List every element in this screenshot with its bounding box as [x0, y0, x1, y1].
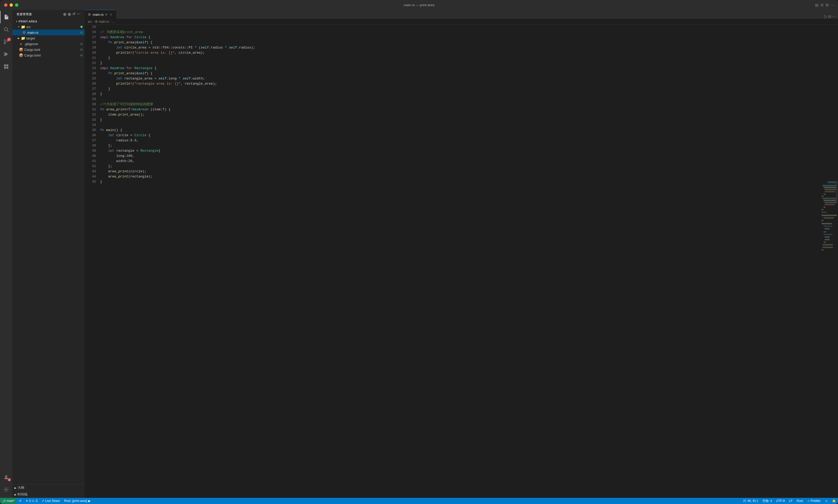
- outline-section-header[interactable]: ▶ 大纲: [12, 484, 85, 491]
- code-line-40: long:100,: [100, 154, 812, 159]
- status-branch[interactable]: ⎇ main*: [0, 498, 17, 504]
- svg-rect-39: [823, 242, 826, 243]
- split-icon[interactable]: ⊟: [820, 3, 823, 7]
- status-position[interactable]: 行 46, 列 1: [741, 498, 760, 504]
- timeline-section-header[interactable]: ▶ 时间线: [12, 491, 85, 498]
- svg-rect-29: [821, 215, 837, 216]
- code-line-35: fn main() {: [100, 128, 812, 133]
- tree-target-folder[interactable]: ▶ 📁 target: [12, 35, 85, 41]
- breadcrumb-sep2: ›: [110, 20, 111, 23]
- activity-search[interactable]: [0, 23, 12, 36]
- breadcrumb-rust-icon: ⚙: [95, 20, 98, 23]
- line-number-30: 30: [87, 102, 96, 107]
- rust-file-icon: ⚙: [22, 30, 26, 35]
- close-button[interactable]: [4, 3, 7, 7]
- line-number-40: 40: [87, 154, 96, 159]
- breadcrumb-symbol[interactable]: …: [112, 20, 115, 23]
- line-number-37: 37: [87, 138, 96, 143]
- status-live-share[interactable]: ↗ Live Share: [39, 498, 62, 504]
- tree-gitignore[interactable]: ● .gitignore U: [12, 41, 85, 47]
- run-icon[interactable]: ▷: [824, 14, 827, 19]
- status-bar: ⎇ main* ↺ ✕ 0 ⚠ 0 ↗ Live Share Rust: [pr…: [0, 498, 838, 504]
- window-frame: main.rs — print-area ▤ ⊟ ⊞ ···: [0, 0, 838, 504]
- breadcrumb-file[interactable]: main.rs: [99, 20, 109, 23]
- svg-point-0: [4, 28, 8, 31]
- editor-more-icon[interactable]: ⋯: [832, 15, 836, 19]
- more-icon[interactable]: ···: [831, 3, 834, 7]
- outline-label: 大纲: [18, 485, 24, 490]
- activity-source-control[interactable]: 1: [0, 36, 12, 48]
- tree-cargo-lock[interactable]: 📦 Cargo.lock U: [12, 47, 85, 52]
- root-arrow: ▾: [15, 19, 19, 23]
- code-content[interactable]: // 为图形实现print_areaimpl HasArea for Circl…: [98, 24, 812, 498]
- breadcrumb-src[interactable]: src: [88, 20, 92, 23]
- grid-icon[interactable]: ⊞: [826, 3, 829, 7]
- status-rust-toolchain[interactable]: Rust: [print-area] ▶: [62, 498, 92, 504]
- line-number-45: 45: [87, 179, 96, 184]
- svg-rect-23: [823, 200, 836, 201]
- maximize-button[interactable]: [15, 3, 18, 7]
- activity-run-debug[interactable]: [0, 48, 12, 60]
- minimize-button[interactable]: [10, 3, 13, 7]
- status-errors[interactable]: ✕ 0 ⚠ 0: [23, 498, 39, 504]
- code-line-16: // 为图形实现print_area: [100, 30, 812, 35]
- status-sync[interactable]: ↺: [17, 498, 23, 504]
- split-editor-icon[interactable]: ⊟: [828, 15, 831, 19]
- new-file-icon[interactable]: ⊕: [63, 12, 67, 17]
- tree-project-root[interactable]: ▾ PRINT-AREA: [12, 19, 85, 24]
- tree-src-folder[interactable]: ▾ 📁 src: [12, 24, 85, 30]
- status-formatter[interactable]: ✓ Prettier: [805, 498, 823, 504]
- warning-icon: ⚠: [32, 499, 35, 503]
- line-number-39: 39: [87, 148, 96, 154]
- cargo-lock-name: Cargo.lock: [24, 48, 81, 52]
- sidebar-header: 资源管理器 ⊕ ⊕ ↺ ⋯: [12, 10, 85, 19]
- status-encoding[interactable]: UTF-8: [774, 498, 787, 504]
- line-number-44: 44: [87, 174, 96, 179]
- status-spaces[interactable]: 空格: 4: [760, 498, 774, 504]
- svg-marker-6: [5, 52, 8, 56]
- activity-extensions[interactable]: [0, 60, 12, 73]
- svg-rect-33: [823, 226, 833, 227]
- svg-rect-21: [821, 196, 823, 197]
- cargo-lock-icon: 📦: [19, 47, 23, 52]
- tree-main-rs[interactable]: ⚙ main.rs U: [12, 30, 85, 35]
- svg-rect-22: [822, 198, 837, 199]
- activity-settings[interactable]: [0, 483, 12, 496]
- project-name: PRINT-AREA: [19, 20, 37, 23]
- status-language[interactable]: Rust: [795, 498, 805, 504]
- layout-icon[interactable]: ▤: [815, 3, 818, 7]
- sidebar-title: 资源管理器: [17, 12, 32, 16]
- svg-point-4: [4, 40, 6, 41]
- account-badge: 1: [8, 478, 11, 481]
- tab-status: U: [105, 13, 107, 16]
- svg-rect-25: [825, 204, 835, 205]
- tab-close-icon[interactable]: ✕: [109, 12, 113, 17]
- new-folder-icon[interactable]: ⊕: [68, 12, 71, 17]
- status-feedback[interactable]: ☺: [823, 498, 830, 504]
- cargo-toml-status: U: [81, 54, 83, 57]
- svg-rect-28: [821, 212, 827, 213]
- traffic-lights: [4, 3, 18, 7]
- rust-run-icon[interactable]: ▶: [88, 499, 91, 503]
- tree-cargo-toml[interactable]: 📦 Cargo.toml U: [12, 52, 85, 58]
- svg-rect-7: [4, 55, 5, 56]
- branch-name: main*: [7, 499, 15, 503]
- line-number-23: 23: [87, 66, 96, 71]
- activity-files[interactable]: [0, 11, 12, 23]
- line-number-19: 19: [87, 45, 96, 50]
- status-line-ending[interactable]: LF: [787, 498, 795, 504]
- collapse-icon[interactable]: ⋯: [77, 12, 81, 17]
- line-number-38: 38: [87, 143, 96, 148]
- code-line-28: }: [100, 92, 812, 97]
- tab-main-rs[interactable]: ⚙ main.rs U ✕: [85, 10, 117, 19]
- src-dot: [81, 26, 83, 28]
- refresh-icon[interactable]: ↺: [72, 12, 76, 17]
- status-notifications[interactable]: 🔔: [830, 498, 838, 504]
- svg-rect-11: [4, 67, 6, 69]
- outline-arrow: ▶: [15, 486, 17, 489]
- svg-rect-17: [823, 187, 836, 188]
- code-line-26: println!("rectangle area is: {}", rectan…: [100, 81, 812, 86]
- activity-account[interactable]: 1: [0, 471, 12, 483]
- language-label: Rust: [797, 499, 803, 503]
- line-number-43: 43: [87, 169, 96, 174]
